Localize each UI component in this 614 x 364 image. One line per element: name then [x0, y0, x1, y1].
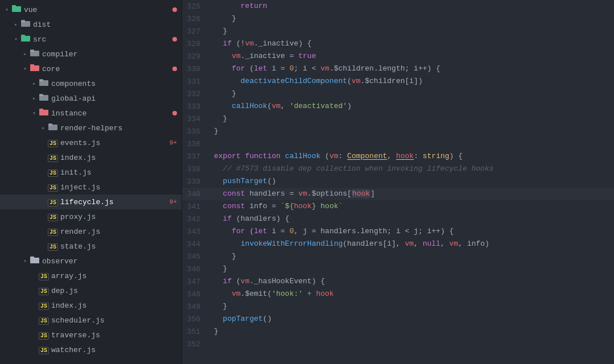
line-code: if (handlers) {: [209, 213, 614, 225]
code-line-333: 333 callHook(vm, 'deactivated'): [182, 100, 614, 113]
line-code: invokeWithErrorHandling(handlers[i], vm,…: [209, 238, 614, 250]
expand-arrow: ▾: [20, 65, 30, 72]
sidebar-item-state[interactable]: JSstate.js: [0, 239, 182, 254]
tree-item-label: render.js: [60, 228, 177, 236]
sidebar-item-dep[interactable]: JSdep.js: [0, 283, 182, 298]
line-number: 344: [182, 238, 209, 250]
js-icon: JS: [39, 331, 49, 340]
line-code: for (let i = 0; i < vm.$children.length;…: [209, 63, 614, 75]
line-code: for (let i = 0, j = handlers.length; i <…: [209, 225, 614, 238]
sidebar-item-traverse[interactable]: JStraverse.js: [0, 328, 182, 342]
line-number: 330: [182, 63, 209, 75]
sidebar-item-render[interactable]: JSrender.js: [0, 224, 182, 239]
line-number: 336: [182, 138, 209, 150]
sidebar-item-instance[interactable]: ▾instance: [0, 106, 182, 121]
line-code: }: [209, 13, 614, 25]
line-number: 345: [182, 250, 209, 263]
sidebar-item-lifecycle[interactable]: JSlifecycle.js9+: [0, 195, 182, 209]
js-icon: JS: [39, 272, 49, 280]
code-line-351: 351}: [182, 325, 614, 338]
line-number: 334: [182, 113, 209, 125]
svg-rect-5: [21, 35, 25, 37]
tree-item-label: observer: [42, 257, 177, 266]
line-code: [209, 338, 614, 350]
line-number: 343: [182, 225, 209, 238]
sidebar-item-scheduler[interactable]: JSscheduler.js: [0, 313, 182, 328]
line-number: 342: [182, 213, 209, 225]
sidebar-item-core[interactable]: ▾core: [0, 61, 182, 76]
tree-item-label: compiler: [42, 50, 177, 59]
line-code: // #7573 disable dep collection when inv…: [209, 163, 614, 175]
tree-item-label: state.js: [60, 242, 177, 251]
js-icon: JS: [39, 287, 49, 295]
line-number: 348: [182, 288, 209, 300]
folder-icon: [48, 123, 58, 133]
js-icon: JS: [48, 198, 58, 206]
sidebar-item-components[interactable]: ▸components: [0, 76, 182, 91]
svg-rect-3: [21, 20, 25, 22]
code-line-331: 331 deactivateChildComponent(vm.$childre…: [182, 75, 614, 88]
tree-item-label: proxy.js: [60, 213, 177, 221]
sidebar-item-watcher[interactable]: JSwatcher.js: [0, 342, 182, 357]
expand-arrow: ▸: [20, 51, 30, 57]
tree-item-label: global-api: [51, 94, 177, 103]
code-line-347: 347 if (vm._hasHookEvent) {: [182, 275, 614, 288]
sidebar-item-dist[interactable]: ▸dist: [0, 17, 182, 32]
tree-item-label: index.js: [60, 154, 177, 162]
code-line-328: 328 if (!vm._inactive) {: [182, 38, 614, 50]
modified-dot: [172, 7, 177, 12]
js-icon: JS: [39, 301, 49, 310]
sidebar-item-index2[interactable]: JSindex.js: [0, 298, 182, 313]
code-line-336: 336: [182, 138, 614, 150]
line-code: const handlers = vm.$options[hook]: [209, 188, 614, 200]
code-line-341: 341 const info = `${hook} hook`: [182, 200, 614, 213]
sidebar-item-array[interactable]: JSarray.js: [0, 268, 182, 283]
sidebar-item-events[interactable]: JSevents.js9+: [0, 135, 182, 150]
code-line-344: 344 invokeWithErrorHandling(handlers[i],…: [182, 238, 614, 250]
line-number: 331: [182, 75, 209, 88]
sidebar-item-inject[interactable]: JSinject.js: [0, 180, 182, 195]
badge: 9+: [170, 139, 177, 146]
code-line-332: 332 }: [182, 88, 614, 100]
line-number: 335: [182, 125, 209, 138]
sidebar-item-index[interactable]: JSindex.js: [0, 150, 182, 165]
modified-dot: [172, 67, 177, 71]
sidebar-item-proxy[interactable]: JSproxy.js: [0, 209, 182, 224]
sidebar-item-vue[interactable]: ▾vue: [0, 2, 182, 17]
tree-item-label: components: [51, 80, 177, 88]
line-code: }: [209, 325, 614, 338]
code-line-327: 327 }: [182, 25, 614, 38]
sidebar-item-init[interactable]: JSinit.js: [0, 165, 182, 180]
sidebar-item-global-api[interactable]: ▸global-api: [0, 91, 182, 106]
line-number: 338: [182, 163, 209, 175]
js-icon: JS: [48, 242, 58, 251]
folder-icon: [20, 19, 31, 30]
tree-item-label: array.js: [51, 272, 177, 280]
code-line-337: 337export function callHook (vm: Compone…: [182, 150, 614, 163]
badge: 9+: [170, 198, 177, 205]
js-icon: JS: [48, 139, 58, 147]
tree-item-label: vue: [24, 6, 172, 14]
code-line-335: 335}: [182, 125, 614, 138]
code-line-329: 329 vm._inactive = true: [182, 50, 614, 63]
sidebar-item-src[interactable]: ▾src: [0, 32, 182, 47]
folder-open-icon: [11, 5, 22, 15]
line-number: 328: [182, 38, 209, 50]
code-table: 325 return326 }327 }328 if (!vm._inactiv…: [182, 0, 614, 350]
line-code: const info = `${hook} hook`: [209, 200, 614, 213]
js-icon: JS: [48, 154, 58, 162]
sidebar-item-compiler[interactable]: ▸compiler: [0, 47, 182, 61]
line-number: 341: [182, 200, 209, 213]
code-line-350: 350 popTarget(): [182, 313, 614, 325]
line-code: }: [209, 263, 614, 275]
expand-arrow: ▾: [20, 258, 30, 264]
svg-rect-17: [48, 123, 52, 126]
js-icon: JS: [48, 168, 58, 177]
folder-open-icon: [30, 256, 40, 266]
line-code: deactivateChildComponent(vm.$children[i]…: [209, 75, 614, 88]
sidebar-item-render-helpers[interactable]: ▸render-helpers: [0, 121, 182, 135]
svg-rect-15: [39, 109, 43, 111]
line-number: 351: [182, 325, 209, 338]
tree-item-label: init.js: [60, 168, 177, 177]
sidebar-item-observer[interactable]: ▾observer: [0, 254, 182, 268]
